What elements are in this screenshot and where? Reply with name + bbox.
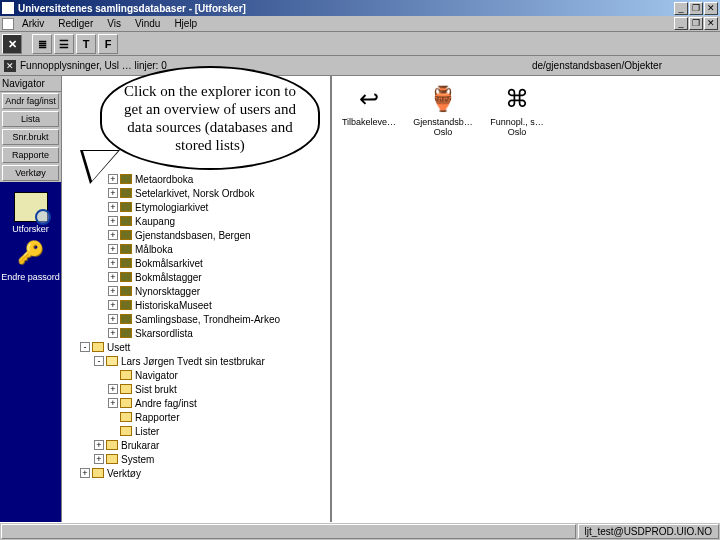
expand-toggle[interactable]: + xyxy=(108,244,118,254)
tree-label: Lars Jørgen Tvedt sin testbrukar xyxy=(121,356,265,367)
context-close-button[interactable]: ✕ xyxy=(4,60,16,72)
tree-row[interactable]: +Bokmålstagger xyxy=(66,270,326,284)
folder-icon xyxy=(120,412,132,422)
nav-button-lista[interactable]: Lista xyxy=(2,111,59,127)
tree-row[interactable]: +Målboka xyxy=(66,242,326,256)
mdi-icon xyxy=(2,18,14,30)
nav-button-andre[interactable]: Andr fag/inst xyxy=(2,93,59,109)
callout-bubble: Click on the explorer icon to get an ove… xyxy=(100,66,320,170)
expand-toggle[interactable]: + xyxy=(108,300,118,310)
expand-toggle[interactable]: - xyxy=(80,342,90,352)
folder-icon xyxy=(120,398,132,408)
toolbar-button-4[interactable]: F xyxy=(98,34,118,54)
tree-label: Setelarkivet, Norsk Ordbok xyxy=(135,188,255,199)
folder-icon xyxy=(106,454,118,464)
tree-label: Verktøy xyxy=(107,468,141,479)
tree-label: Kaupang xyxy=(135,216,175,227)
title-bar: Universitetenes samlingsdatabaser - [Utf… xyxy=(0,0,720,16)
expand-toggle[interactable]: + xyxy=(108,398,118,408)
expand-toggle[interactable]: + xyxy=(80,468,90,478)
tree-label: Nynorsktagger xyxy=(135,286,200,297)
change-password-icon[interactable]: 🔑 xyxy=(14,240,48,270)
tree-row[interactable]: +Bokmålsarkivet xyxy=(66,256,326,270)
tree-label: Rapporter xyxy=(135,412,179,423)
toolbar-close-button[interactable]: ✕ xyxy=(2,34,22,54)
tree-row[interactable]: +System xyxy=(66,452,326,466)
tree-label: Brukarar xyxy=(121,440,159,451)
folder-icon xyxy=(120,216,132,226)
folder-icon xyxy=(120,370,132,380)
tree-label: Gjenstandsbasen, Bergen xyxy=(135,230,251,241)
tree-row[interactable]: +HistoriskaMuseet xyxy=(66,298,326,312)
tree-label: Målboka xyxy=(135,244,173,255)
tree-row[interactable]: +Etymologiarkivet xyxy=(66,200,326,214)
expand-toggle[interactable]: + xyxy=(108,258,118,268)
folder-icon xyxy=(120,426,132,436)
menu-vindu[interactable]: Vindu xyxy=(129,18,166,29)
expand-toggle[interactable]: + xyxy=(108,272,118,282)
child-minimize-button[interactable]: _ xyxy=(674,17,688,30)
expand-toggle[interactable]: + xyxy=(108,314,118,324)
expand-toggle[interactable]: + xyxy=(108,286,118,296)
expand-toggle[interactable]: + xyxy=(108,202,118,212)
tree-label: Andre fag/inst xyxy=(135,398,197,409)
tree-row[interactable]: +Gjenstandsbasen, Bergen xyxy=(66,228,326,242)
expand-toggle[interactable]: - xyxy=(94,356,104,366)
nav-button-rapporte[interactable]: Rapporte xyxy=(2,147,59,163)
folder-icon xyxy=(120,314,132,324)
expand-toggle[interactable]: + xyxy=(94,454,104,464)
tree-row[interactable]: +Samlingsbase, Trondheim-Arkeo xyxy=(66,312,326,326)
nav-button-snrbrukt[interactable]: Snr.brukt xyxy=(2,129,59,145)
toolbar-button-2[interactable]: ☰ xyxy=(54,34,74,54)
app-icon xyxy=(2,2,14,14)
maximize-button[interactable]: ❐ xyxy=(689,2,703,15)
minimize-button[interactable]: _ xyxy=(674,2,688,15)
tree-label: Lister xyxy=(135,426,159,437)
tree-row[interactable]: Rapporter xyxy=(66,410,326,424)
desktop-item[interactable]: ↩Tilbakeleve… xyxy=(336,84,402,127)
folder-icon xyxy=(120,272,132,282)
child-close-button[interactable]: ✕ xyxy=(704,17,718,30)
child-maximize-button[interactable]: ❐ xyxy=(689,17,703,30)
desktop-item[interactable]: ⌘Funnopl., s… Oslo xyxy=(484,84,550,137)
toolbar: ✕ ≣ ☰ T F xyxy=(0,32,720,56)
tree-row[interactable]: +Brukarar xyxy=(66,438,326,452)
context-bar: ✕ Funnopplysninger, Usl … linjer: 0 de/g… xyxy=(0,56,720,76)
expand-toggle[interactable]: + xyxy=(108,216,118,226)
tree-label: Sist brukt xyxy=(135,384,177,395)
menu-rediger[interactable]: Rediger xyxy=(52,18,99,29)
desktop-caption: Tilbakeleve… xyxy=(336,117,402,127)
menu-arkiv[interactable]: Arkiv xyxy=(16,18,50,29)
expand-toggle[interactable]: + xyxy=(108,384,118,394)
navigator-icon-area: Utforsker 🔑 Endre passord xyxy=(0,182,61,522)
tree-row[interactable]: +Verktøy xyxy=(66,466,326,480)
explorer-icon[interactable] xyxy=(14,192,48,222)
tree-row[interactable]: Lister xyxy=(66,424,326,438)
menu-bar: Arkiv Rediger Vis Vindu Hjelp _ ❐ ✕ xyxy=(0,16,720,32)
status-bar: ljt_test@USDPROD.UIO.NO xyxy=(0,522,720,540)
tree-row[interactable]: -Usett xyxy=(66,340,326,354)
expand-toggle[interactable]: + xyxy=(94,440,104,450)
folder-icon xyxy=(120,202,132,212)
tree-row[interactable]: +Kaupang xyxy=(66,214,326,228)
toolbar-button-3[interactable]: T xyxy=(76,34,96,54)
tree-label: Metaordboka xyxy=(135,174,193,185)
tree-row[interactable]: -Lars Jørgen Tvedt sin testbrukar xyxy=(66,354,326,368)
tree-row[interactable]: +Sist brukt xyxy=(66,382,326,396)
toolbar-button-1[interactable]: ≣ xyxy=(32,34,52,54)
menu-vis[interactable]: Vis xyxy=(101,18,127,29)
object-icon: 🏺 xyxy=(425,84,461,114)
expand-toggle[interactable]: + xyxy=(108,328,118,338)
expand-toggle[interactable]: + xyxy=(108,188,118,198)
back-icon: ↩ xyxy=(351,84,387,114)
tree-row[interactable]: +Skarsordlista xyxy=(66,326,326,340)
expand-toggle[interactable]: + xyxy=(108,230,118,240)
desktop-item[interactable]: 🏺Gjenstandsb… Oslo xyxy=(410,84,476,137)
tree-row[interactable]: +Andre fag/inst xyxy=(66,396,326,410)
menu-hjelp[interactable]: Hjelp xyxy=(168,18,203,29)
nav-button-verktoy[interactable]: Verktøy xyxy=(2,165,59,181)
tree-row[interactable]: +Setelarkivet, Norsk Ordbok xyxy=(66,186,326,200)
tree-row[interactable]: +Nynorsktagger xyxy=(66,284,326,298)
close-button[interactable]: ✕ xyxy=(704,2,718,15)
tree-row[interactable]: Navigator xyxy=(66,368,326,382)
